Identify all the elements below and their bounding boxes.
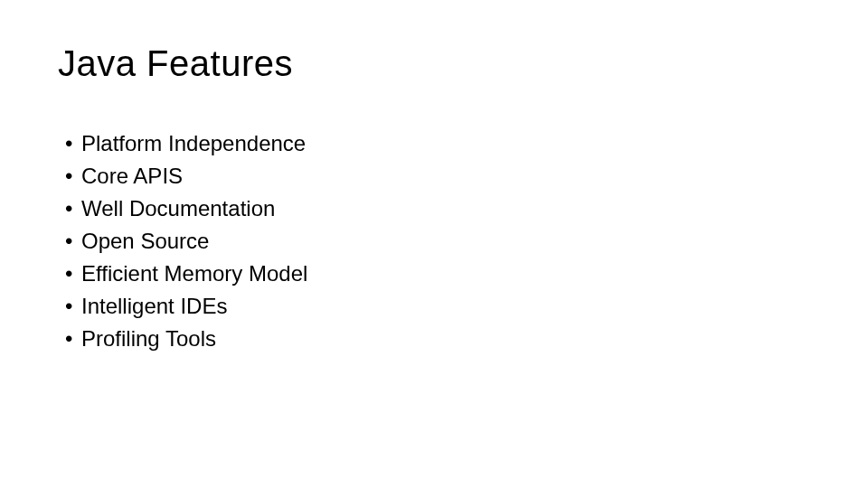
list-item: Open Source [65,225,810,258]
slide-container: Java Features Platform Independence Core… [0,0,868,399]
bullet-list: Platform Independence Core APIS Well Doc… [58,127,810,355]
list-item: Well Documentation [65,192,810,225]
list-item: Platform Independence [65,127,810,160]
list-item: Efficient Memory Model [65,258,810,290]
list-item: Intelligent IDEs [65,290,810,323]
list-item: Core APIS [65,160,810,192]
list-item: Profiling Tools [65,323,810,355]
slide-title: Java Features [58,43,810,84]
